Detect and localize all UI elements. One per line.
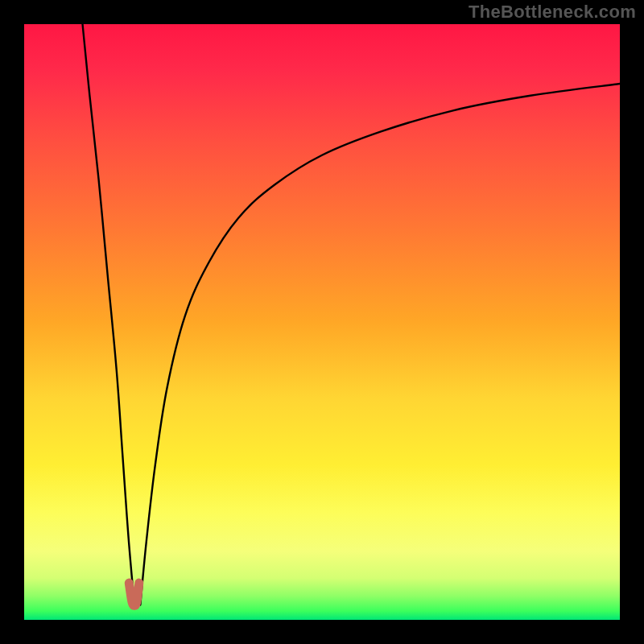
gradient-background [24, 24, 620, 620]
plot-area [24, 24, 620, 620]
chart-container: TheBottleneck.com [0, 0, 644, 644]
watermark-text: TheBottleneck.com [469, 2, 636, 23]
chart-svg [24, 24, 620, 620]
